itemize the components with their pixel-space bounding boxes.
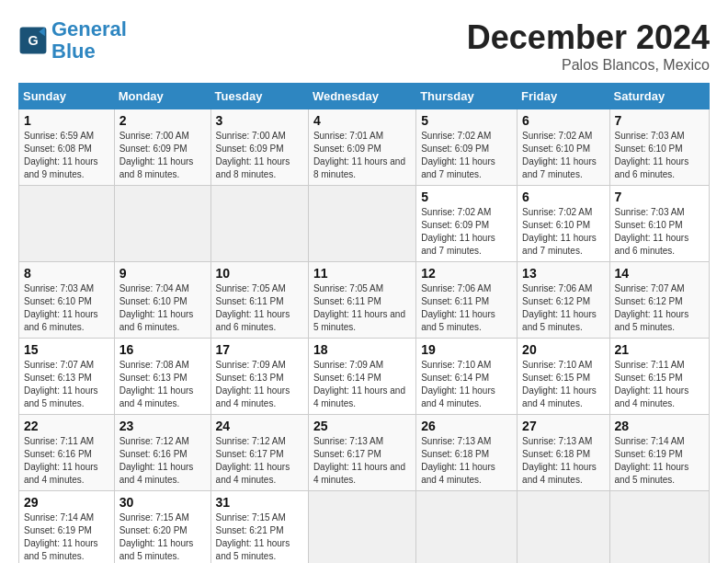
day-number: 2 xyxy=(119,113,206,128)
header-wednesday: Wednesday xyxy=(308,84,415,109)
day-info: Sunrise: 6:59 AM Sunset: 6:08 PM Dayligh… xyxy=(24,130,109,181)
title-block: December 2024 Palos Blancos, Mexico xyxy=(467,18,710,74)
day-number: 8 xyxy=(24,266,109,281)
calendar-cell: 5Sunrise: 7:02 AM Sunset: 6:09 PM Daylig… xyxy=(416,109,518,186)
calendar-cell: 13Sunrise: 7:06 AM Sunset: 6:12 PM Dayli… xyxy=(518,262,609,339)
svg-text:G: G xyxy=(28,33,38,48)
day-info: Sunrise: 7:03 AM Sunset: 6:10 PM Dayligh… xyxy=(615,130,704,181)
calendar-row: 29Sunrise: 7:14 AM Sunset: 6:19 PM Dayli… xyxy=(19,491,710,564)
calendar-cell: 2Sunrise: 7:00 AM Sunset: 6:09 PM Daylig… xyxy=(114,109,210,186)
page-header: G General Blue December 2024 Palos Blanc… xyxy=(18,18,710,74)
calendar-cell: 23Sunrise: 7:12 AM Sunset: 6:16 PM Dayli… xyxy=(114,415,210,491)
day-number: 29 xyxy=(24,495,109,510)
day-info: Sunrise: 7:02 AM Sunset: 6:09 PM Dayligh… xyxy=(421,130,512,181)
calendar-cell: 29Sunrise: 7:14 AM Sunset: 6:19 PM Dayli… xyxy=(19,491,115,564)
day-number: 7 xyxy=(615,113,704,128)
day-number: 19 xyxy=(421,342,512,357)
day-info: Sunrise: 7:11 AM Sunset: 6:15 PM Dayligh… xyxy=(615,359,704,410)
calendar-cell: 18Sunrise: 7:09 AM Sunset: 6:14 PM Dayli… xyxy=(308,339,415,415)
day-number: 6 xyxy=(522,190,604,204)
calendar-cell xyxy=(416,491,518,564)
day-info: Sunrise: 7:11 AM Sunset: 6:16 PM Dayligh… xyxy=(24,435,109,487)
calendar-table: Sunday Monday Tuesday Wednesday Thursday… xyxy=(18,83,710,563)
day-info: Sunrise: 7:13 AM Sunset: 6:18 PM Dayligh… xyxy=(522,435,604,487)
calendar-cell: 6Sunrise: 7:02 AM Sunset: 6:10 PM Daylig… xyxy=(518,186,609,262)
day-number: 1 xyxy=(24,113,109,128)
month-title: December 2024 xyxy=(467,18,710,57)
day-info: Sunrise: 7:00 AM Sunset: 6:09 PM Dayligh… xyxy=(119,130,206,181)
day-info: Sunrise: 7:08 AM Sunset: 6:13 PM Dayligh… xyxy=(119,359,206,410)
calendar-cell: 26Sunrise: 7:13 AM Sunset: 6:18 PM Dayli… xyxy=(416,415,518,491)
calendar-cell: 27Sunrise: 7:13 AM Sunset: 6:18 PM Dayli… xyxy=(518,415,609,491)
calendar-row: 8Sunrise: 7:03 AM Sunset: 6:10 PM Daylig… xyxy=(19,262,710,339)
calendar-cell: 14Sunrise: 7:07 AM Sunset: 6:12 PM Dayli… xyxy=(609,262,709,339)
day-number: 4 xyxy=(313,113,411,128)
day-info: Sunrise: 7:02 AM Sunset: 6:09 PM Dayligh… xyxy=(421,206,512,258)
day-info: Sunrise: 7:05 AM Sunset: 6:11 PM Dayligh… xyxy=(216,282,303,334)
calendar-cell: 7Sunrise: 7:03 AM Sunset: 6:10 PM Daylig… xyxy=(609,109,709,186)
day-number: 18 xyxy=(313,342,411,357)
calendar-cell: 25Sunrise: 7:13 AM Sunset: 6:17 PM Dayli… xyxy=(308,415,415,491)
day-info: Sunrise: 7:12 AM Sunset: 6:16 PM Dayligh… xyxy=(119,435,206,487)
calendar-cell xyxy=(308,491,415,564)
day-info: Sunrise: 7:13 AM Sunset: 6:17 PM Dayligh… xyxy=(313,435,411,487)
day-number: 28 xyxy=(615,419,704,433)
day-info: Sunrise: 7:03 AM Sunset: 6:10 PM Dayligh… xyxy=(615,206,704,258)
calendar-row: 22Sunrise: 7:11 AM Sunset: 6:16 PM Dayli… xyxy=(19,415,710,491)
day-info: Sunrise: 7:00 AM Sunset: 6:09 PM Dayligh… xyxy=(216,130,303,181)
day-number: 10 xyxy=(216,266,303,281)
header-sunday: Sunday xyxy=(19,84,115,109)
day-info: Sunrise: 7:14 AM Sunset: 6:19 PM Dayligh… xyxy=(615,435,704,487)
day-info: Sunrise: 7:03 AM Sunset: 6:10 PM Dayligh… xyxy=(24,282,109,334)
calendar-row: 5Sunrise: 7:02 AM Sunset: 6:09 PM Daylig… xyxy=(19,186,710,262)
calendar-body: 1Sunrise: 6:59 AM Sunset: 6:08 PM Daylig… xyxy=(19,109,710,564)
header-monday: Monday xyxy=(114,84,210,109)
day-info: Sunrise: 7:04 AM Sunset: 6:10 PM Dayligh… xyxy=(119,282,206,334)
calendar-cell: 30Sunrise: 7:15 AM Sunset: 6:20 PM Dayli… xyxy=(114,491,210,564)
day-number: 31 xyxy=(216,495,303,510)
day-info: Sunrise: 7:02 AM Sunset: 6:10 PM Dayligh… xyxy=(522,130,604,181)
day-number: 7 xyxy=(615,190,704,204)
calendar-cell xyxy=(114,186,210,262)
logo-line1: General xyxy=(51,17,127,40)
day-info: Sunrise: 7:06 AM Sunset: 6:11 PM Dayligh… xyxy=(421,282,512,334)
header-friday: Friday xyxy=(518,84,609,109)
header-thursday: Thursday xyxy=(416,84,518,109)
day-info: Sunrise: 7:13 AM Sunset: 6:18 PM Dayligh… xyxy=(421,435,512,487)
header-tuesday: Tuesday xyxy=(210,84,308,109)
day-number: 5 xyxy=(421,190,512,204)
day-number: 17 xyxy=(216,342,303,357)
calendar-cell: 3Sunrise: 7:00 AM Sunset: 6:09 PM Daylig… xyxy=(210,109,308,186)
day-number: 27 xyxy=(522,419,604,433)
calendar-cell xyxy=(210,186,308,262)
calendar-cell: 12Sunrise: 7:06 AM Sunset: 6:11 PM Dayli… xyxy=(416,262,518,339)
day-number: 9 xyxy=(119,266,206,281)
calendar-cell: 4Sunrise: 7:01 AM Sunset: 6:09 PM Daylig… xyxy=(308,109,415,186)
day-number: 12 xyxy=(421,266,512,281)
day-info: Sunrise: 7:01 AM Sunset: 6:09 PM Dayligh… xyxy=(313,130,411,181)
calendar-row: 1Sunrise: 6:59 AM Sunset: 6:08 PM Daylig… xyxy=(19,109,710,186)
calendar-cell xyxy=(609,491,709,564)
calendar-row: 15Sunrise: 7:07 AM Sunset: 6:13 PM Dayli… xyxy=(19,339,710,415)
logo-line2: Blue xyxy=(51,40,96,63)
day-info: Sunrise: 7:12 AM Sunset: 6:17 PM Dayligh… xyxy=(216,435,303,487)
calendar-cell: 22Sunrise: 7:11 AM Sunset: 6:16 PM Dayli… xyxy=(19,415,115,491)
day-number: 22 xyxy=(24,419,109,433)
logo-icon: G xyxy=(18,26,48,55)
day-info: Sunrise: 7:10 AM Sunset: 6:15 PM Dayligh… xyxy=(522,359,604,410)
calendar-cell xyxy=(19,186,115,262)
day-info: Sunrise: 7:14 AM Sunset: 6:19 PM Dayligh… xyxy=(24,511,109,563)
day-info: Sunrise: 7:09 AM Sunset: 6:13 PM Dayligh… xyxy=(216,359,303,410)
calendar-cell: 31Sunrise: 7:15 AM Sunset: 6:21 PM Dayli… xyxy=(210,491,308,564)
calendar-cell: 28Sunrise: 7:14 AM Sunset: 6:19 PM Dayli… xyxy=(609,415,709,491)
day-number: 20 xyxy=(522,342,604,357)
day-info: Sunrise: 7:07 AM Sunset: 6:13 PM Dayligh… xyxy=(24,359,109,410)
calendar-cell: 20Sunrise: 7:10 AM Sunset: 6:15 PM Dayli… xyxy=(518,339,609,415)
day-number: 23 xyxy=(119,419,206,433)
header-row: Sunday Monday Tuesday Wednesday Thursday… xyxy=(19,84,710,109)
day-number: 16 xyxy=(119,342,206,357)
day-info: Sunrise: 7:07 AM Sunset: 6:12 PM Dayligh… xyxy=(615,282,704,334)
location: Palos Blancos, Mexico xyxy=(467,57,710,74)
day-number: 21 xyxy=(615,342,704,357)
day-number: 13 xyxy=(522,266,604,281)
